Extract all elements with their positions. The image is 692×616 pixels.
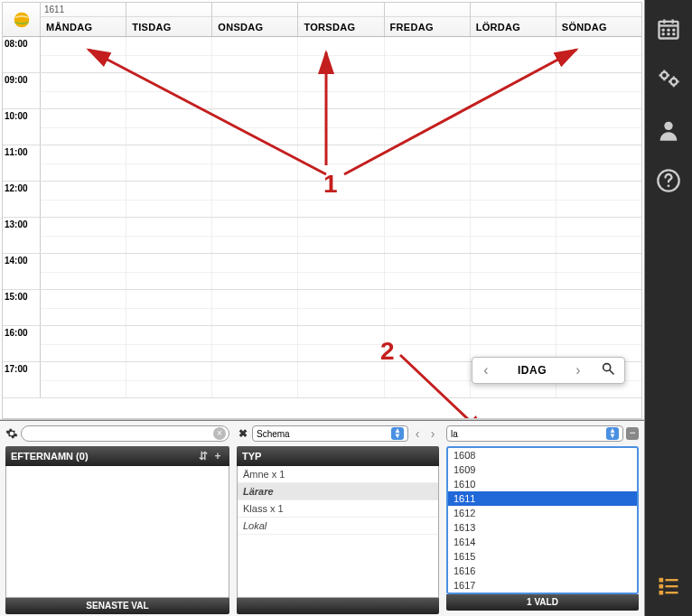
calendar-cell[interactable] (471, 145, 556, 181)
senaste-val-footer[interactable]: SENASTE VAL (5, 598, 229, 614)
calendar-cell[interactable] (126, 37, 212, 72)
gear-icon[interactable] (5, 427, 18, 440)
prev-button[interactable]: ‹ (411, 426, 424, 441)
calendar-cell[interactable] (556, 109, 641, 145)
typ-item[interactable]: Ämne x 1 (238, 466, 438, 483)
calendar-cell[interactable] (298, 182, 384, 217)
search-button[interactable] (592, 361, 624, 379)
calendar-cell[interactable] (556, 218, 641, 253)
clear-search-icon[interactable]: × (213, 427, 226, 440)
calendar-cell[interactable] (126, 218, 212, 253)
day-header[interactable]: FREDAG (385, 17, 470, 36)
calendar-cell[interactable] (385, 37, 471, 72)
calendar-cell[interactable] (41, 290, 126, 325)
calendar-cell[interactable] (298, 362, 384, 397)
calendar-cell[interactable] (126, 290, 212, 325)
selection-option[interactable]: 1616 (448, 564, 637, 578)
typ-item-selected[interactable]: Lärare (238, 483, 438, 500)
typ-item[interactable]: Lokal (238, 518, 438, 535)
user-icon[interactable] (656, 117, 681, 143)
help-icon[interactable] (656, 168, 681, 193)
calendar-cell[interactable] (471, 37, 556, 72)
calendar-cell[interactable] (471, 73, 556, 108)
calendar-cell[interactable] (41, 326, 126, 361)
calendar-cell[interactable] (212, 37, 298, 72)
calendar-cell[interactable] (41, 109, 126, 145)
calendar-cell[interactable] (385, 326, 471, 361)
calendar-cell[interactable] (41, 37, 126, 72)
calendar-cell[interactable] (385, 290, 471, 325)
calendar-cell[interactable] (126, 254, 212, 289)
next-button[interactable]: › (426, 426, 439, 441)
list-icon[interactable] (656, 573, 681, 598)
calendar-cell[interactable] (556, 290, 641, 325)
calendar-cell[interactable] (471, 290, 556, 325)
calendar-cell[interactable] (212, 218, 298, 253)
calendar-cell[interactable] (556, 145, 641, 181)
selection-option[interactable]: 1617 (448, 578, 637, 593)
calendar-cell[interactable] (385, 73, 471, 108)
calendar-cell[interactable] (556, 254, 641, 289)
selection-option[interactable]: 1613 (448, 520, 637, 535)
calendar-cell[interactable] (212, 73, 298, 108)
typ-item[interactable]: Klass x 1 (238, 500, 438, 518)
calendar-cell[interactable] (126, 109, 212, 145)
today-button[interactable]: IDAG (500, 364, 565, 377)
calendar-cell[interactable] (298, 109, 384, 145)
calendar-cell[interactable] (298, 73, 384, 108)
day-header[interactable]: SÖNDAG (556, 17, 641, 36)
schema-dropdown[interactable]: Schema ▲▼ (252, 425, 408, 442)
remove-button[interactable]: − (626, 427, 639, 440)
calendar-cell[interactable] (385, 254, 471, 289)
add-icon[interactable]: + (211, 450, 224, 462)
calendar-cell[interactable] (385, 109, 471, 145)
calendar-cell[interactable] (385, 182, 471, 217)
calendar-cell[interactable] (471, 254, 556, 289)
calendar-cell[interactable] (385, 218, 471, 253)
calendar-cell[interactable] (41, 145, 126, 181)
calendar-cell[interactable] (212, 254, 298, 289)
calendar-cell[interactable] (298, 254, 384, 289)
day-header[interactable]: LÖRDAG (471, 17, 556, 36)
calendar-icon[interactable] (656, 16, 681, 42)
calendar-cell[interactable] (212, 145, 298, 181)
prev-button[interactable]: ‹ (472, 362, 500, 378)
selection-option[interactable]: 1615 (448, 549, 637, 564)
calendar-cell[interactable] (385, 145, 471, 181)
calendar-cell[interactable] (126, 326, 212, 361)
selection-option[interactable]: 1614 (448, 535, 637, 549)
calendar-cell[interactable] (126, 145, 212, 181)
day-header[interactable]: TISDAG (126, 17, 211, 36)
calendar-cell[interactable] (41, 182, 126, 217)
calendar-cell[interactable] (298, 326, 384, 361)
calendar-cell[interactable] (298, 290, 384, 325)
calendar-cell[interactable] (471, 218, 556, 253)
calendar-cell[interactable] (556, 37, 641, 72)
day-header[interactable]: ONSDAG (212, 17, 297, 36)
search-input[interactable]: × (21, 425, 229, 442)
efternamn-list[interactable] (5, 466, 229, 598)
close-icon[interactable]: ✖ (237, 427, 249, 440)
calendar-cell[interactable] (212, 290, 298, 325)
filter-dropdown[interactable]: la ▲▼ (446, 425, 623, 442)
calendar-cell[interactable] (298, 145, 384, 181)
selection-option[interactable]: 1608 (448, 448, 637, 462)
calendar-cell[interactable] (41, 254, 126, 289)
selection-option[interactable]: 1612 (448, 506, 637, 520)
day-header[interactable]: MÅNDAG (41, 17, 126, 36)
calendar-cell[interactable] (212, 362, 298, 397)
calendar-cell[interactable] (212, 109, 298, 145)
day-header[interactable]: TORSDAG (298, 17, 383, 36)
calendar-cell[interactable] (212, 182, 298, 217)
calendar-cell[interactable] (471, 109, 556, 145)
calendar-cell[interactable] (212, 326, 298, 361)
next-button[interactable]: › (565, 362, 592, 378)
calendar-cell[interactable] (298, 37, 384, 72)
selection-option[interactable]: 1611 (448, 491, 637, 506)
calendar-cell[interactable] (471, 182, 556, 217)
calendar-cell[interactable] (298, 218, 384, 253)
calendar-cell[interactable] (41, 362, 126, 397)
calendar-cell[interactable] (126, 362, 212, 397)
selection-option[interactable]: 1610 (448, 477, 637, 491)
calendar-cell[interactable] (126, 182, 212, 217)
